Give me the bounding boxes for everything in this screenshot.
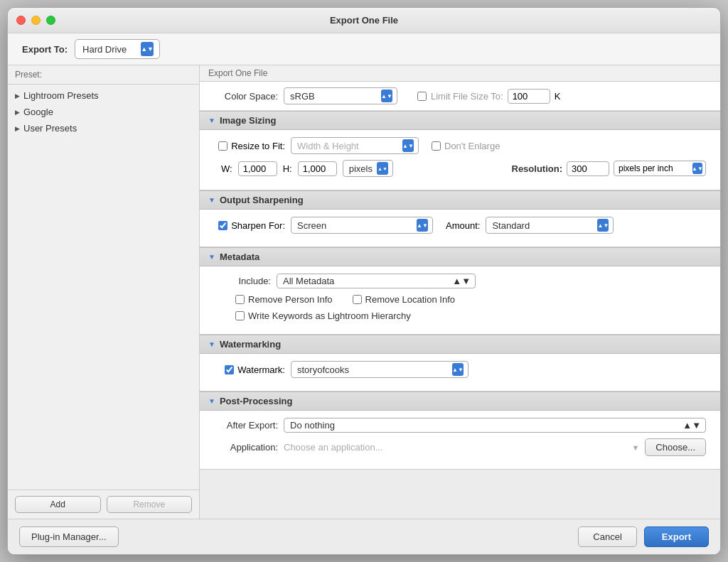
color-space-select[interactable]: sRGB ▲▼ bbox=[284, 87, 397, 104]
export-one-file-header-label: Export One File bbox=[208, 68, 267, 78]
dont-enlarge-checkbox[interactable] bbox=[432, 141, 441, 151]
watermark-row: Watermark: storyofcooks ▲▼ bbox=[214, 361, 706, 378]
sharpen-for-checkbox[interactable] bbox=[218, 221, 228, 230]
window-controls bbox=[16, 16, 55, 25]
resolution-input[interactable] bbox=[567, 161, 609, 176]
limit-file-size-input[interactable] bbox=[508, 89, 550, 104]
limit-unit: K bbox=[555, 91, 561, 102]
resize-to-fit-checkbox[interactable] bbox=[218, 141, 228, 151]
footer-right: Cancel Export bbox=[578, 526, 709, 547]
dont-enlarge-row: Don't Enlarge bbox=[432, 141, 500, 151]
export-to-chevron-icon: ▲▼ bbox=[141, 42, 154, 56]
after-export-select[interactable]: Do nothing ▲▼ bbox=[284, 418, 706, 433]
output-sharpening-body: Sharpen For: Screen ▲▼ Amount: Standard … bbox=[200, 210, 720, 247]
width-input[interactable] bbox=[238, 161, 277, 176]
section-triangle-icon: ▼ bbox=[208, 117, 215, 124]
watermarking-section: ▼ Watermarking Watermark: storyofcooks ▲… bbox=[200, 335, 720, 391]
watermarking-header[interactable]: ▼ Watermarking bbox=[200, 335, 720, 354]
cancel-button[interactable]: Cancel bbox=[578, 526, 636, 547]
triangle-icon: ▶ bbox=[15, 92, 20, 99]
window-title: Export One File bbox=[330, 15, 398, 26]
metadata-header[interactable]: ▼ Metadata bbox=[200, 247, 720, 266]
remove-person-label: Remove Person Info bbox=[235, 294, 333, 305]
amount-label: Amount: bbox=[446, 220, 480, 231]
export-button[interactable]: Export bbox=[644, 526, 709, 547]
export-dialog: Export One File Export To: Hard Drive ▲▼… bbox=[7, 7, 721, 555]
section-triangle-icon: ▼ bbox=[208, 340, 215, 348]
sidebar-item-google[interactable]: ▶ Google bbox=[8, 104, 199, 120]
resolution-group: Resolution: pixels per inch ▲▼ bbox=[512, 161, 707, 176]
sharpen-for-chevron-icon: ▲▼ bbox=[417, 219, 428, 232]
remove-button[interactable]: Remove bbox=[107, 496, 193, 513]
watermark-label: Watermark: bbox=[237, 364, 285, 375]
wh-row: W: H: pixels ▲▼ bbox=[221, 160, 393, 177]
section-triangle-icon: ▼ bbox=[208, 397, 215, 405]
sidebar-header: Preset: bbox=[8, 65, 199, 85]
include-label: Include: bbox=[214, 276, 271, 286]
minimize-button[interactable] bbox=[31, 16, 41, 25]
choose-button[interactable]: Choose... bbox=[645, 438, 706, 456]
resize-mode-select[interactable]: Width & Height ▲▼ bbox=[291, 137, 419, 154]
sidebar-items: ▶ Lightroom Presets ▶ Google ▶ User Pres… bbox=[8, 85, 199, 490]
post-processing-section: ▼ Post-Processing After Export: Do nothi… bbox=[200, 391, 720, 470]
sidebar-item-user-presets[interactable]: ▶ User Presets bbox=[8, 120, 199, 136]
sharpen-for-select[interactable]: Screen ▲▼ bbox=[291, 217, 433, 234]
application-row: Application: Choose an application... ▼ … bbox=[214, 438, 706, 456]
color-space-chevron-icon: ▲▼ bbox=[381, 90, 392, 102]
color-space-section: Color Space: sRGB ▲▼ Limit File Size To:… bbox=[200, 82, 720, 111]
preset-label: Preset: bbox=[8, 65, 49, 84]
image-sizing-section: ▼ Image Sizing Resize to Fit: Width & He… bbox=[200, 111, 720, 190]
resolution-unit-chevron-icon: ▲▼ bbox=[692, 163, 702, 174]
sidebar-bottom: Add Remove bbox=[8, 490, 199, 519]
wh-resolution-row: W: H: pixels ▲▼ Resolution: bbox=[214, 160, 706, 177]
toolbar: Export To: Hard Drive ▲▼ bbox=[8, 33, 720, 65]
limit-file-size-checkbox[interactable] bbox=[417, 92, 427, 101]
limit-file-size-label: Limit File Size To: bbox=[431, 91, 503, 102]
remove-location-checkbox[interactable] bbox=[353, 295, 362, 304]
right-panel: Export One File Color Space: sRGB ▲▼ Lim… bbox=[200, 65, 720, 519]
triangle-icon: ▶ bbox=[15, 109, 20, 116]
watermark-select[interactable]: storyofcooks ▲▼ bbox=[291, 361, 469, 378]
resolution-unit-select[interactable]: pixels per inch ▲▼ bbox=[614, 161, 706, 176]
post-processing-header[interactable]: ▼ Post-Processing bbox=[200, 391, 720, 411]
write-keywords-checkbox[interactable] bbox=[235, 311, 245, 320]
sharpen-for-label: Sharpen For: bbox=[231, 220, 285, 231]
height-input[interactable] bbox=[298, 161, 337, 176]
write-keywords-label: Write Keywords as Lightroom Hierarchy bbox=[235, 310, 411, 321]
resize-to-fit-row: Resize to Fit: Width & Height ▲▼ Don't E… bbox=[214, 137, 706, 154]
sharpen-for-row: Sharpen For: Screen ▲▼ Amount: Standard … bbox=[214, 217, 706, 234]
include-chevron-icon: ▲▼ bbox=[452, 276, 471, 286]
output-sharpening-section: ▼ Output Sharpening Sharpen For: Screen … bbox=[200, 190, 720, 247]
after-export-label: After Export: bbox=[214, 420, 278, 431]
watermark-checkbox[interactable] bbox=[225, 365, 234, 374]
sidebar-item-lightroom-presets[interactable]: ▶ Lightroom Presets bbox=[8, 87, 199, 104]
maximize-button[interactable] bbox=[46, 16, 55, 25]
plugin-manager-button[interactable]: Plug-in Manager... bbox=[19, 526, 119, 547]
section-triangle-icon: ▼ bbox=[208, 196, 215, 204]
main-content: Preset: ▶ Lightroom Presets ▶ Google ▶ U… bbox=[8, 65, 720, 519]
section-triangle-icon: ▼ bbox=[208, 253, 215, 261]
limit-file-size-row: Limit File Size To: K bbox=[417, 89, 560, 104]
application-dropdown-icon: ▼ bbox=[631, 443, 639, 452]
color-space-label: Color Space: bbox=[214, 91, 278, 102]
triangle-icon: ▶ bbox=[15, 125, 20, 132]
image-sizing-body: Resize to Fit: Width & Height ▲▼ Don't E… bbox=[200, 130, 720, 190]
close-button[interactable] bbox=[16, 16, 26, 25]
remove-location-label: Remove Location Info bbox=[353, 294, 455, 305]
metadata-body: Include: All Metadata ▲▼ Remove Person I… bbox=[200, 266, 720, 334]
pixels-unit-select[interactable]: pixels ▲▼ bbox=[343, 160, 393, 177]
amount-select[interactable]: Standard ▲▼ bbox=[486, 217, 614, 234]
resolution-label: Resolution: bbox=[512, 163, 563, 174]
titlebar: Export One File bbox=[8, 8, 720, 33]
sidebar: Preset: ▶ Lightroom Presets ▶ Google ▶ U… bbox=[8, 65, 200, 519]
export-to-select[interactable]: Hard Drive ▲▼ bbox=[75, 39, 160, 59]
image-sizing-header[interactable]: ▼ Image Sizing bbox=[200, 111, 720, 130]
include-row: Include: All Metadata ▲▼ bbox=[214, 274, 706, 288]
resize-to-fit-label: Resize to Fit: bbox=[231, 141, 285, 151]
output-sharpening-header[interactable]: ▼ Output Sharpening bbox=[200, 190, 720, 210]
post-processing-body: After Export: Do nothing ▲▼ Application:… bbox=[200, 411, 720, 469]
remove-person-checkbox[interactable] bbox=[235, 295, 245, 304]
include-select[interactable]: All Metadata ▲▼ bbox=[277, 274, 476, 288]
add-button[interactable]: Add bbox=[15, 496, 101, 513]
remove-person-row: Remove Person Info Remove Location Info bbox=[214, 294, 706, 305]
